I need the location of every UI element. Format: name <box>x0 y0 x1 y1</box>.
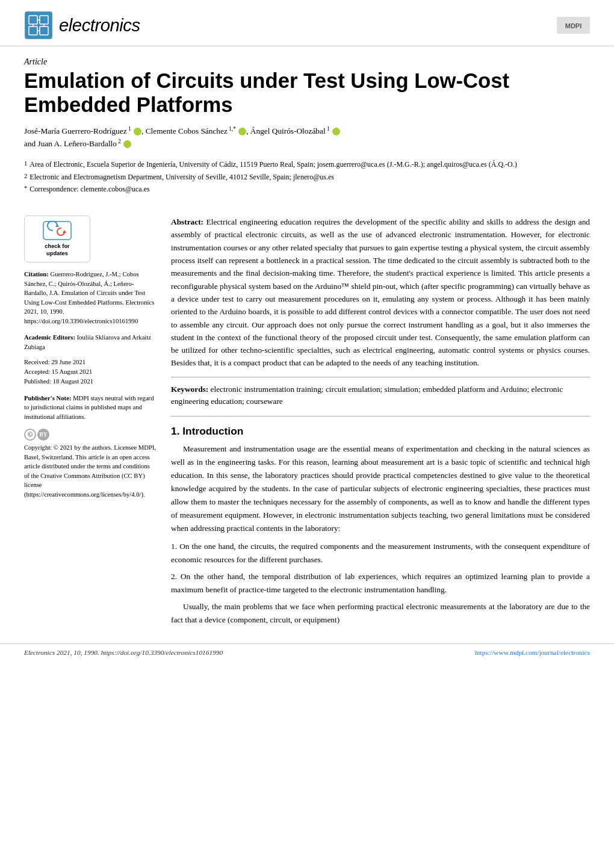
affiliation-star-text: Correspondence: clemente.cobos@uca.es <box>29 184 149 195</box>
footer-url: https://www.mdpi.com/journal/electronics <box>475 649 590 656</box>
cc-by-icon: BY <box>37 429 49 441</box>
left-column: check forupdates Citation: Guerrero-Rodr… <box>24 206 157 631</box>
accepted-date: Accepted: 15 August 2021 <box>24 367 157 377</box>
intro-item1: 1. On the one hand, the circuits, the re… <box>171 540 590 566</box>
author4-name: and Juan A. Leñero-Bardallo <box>24 140 117 149</box>
editors-block: Academic Editors: Iouliia Skliarova and … <box>24 333 157 352</box>
copyright-block: Copyright: © 2021 by the authors. Licens… <box>24 443 157 499</box>
keywords-label: Keywords: <box>171 385 208 394</box>
check-updates-box[interactable]: check forupdates <box>24 215 90 262</box>
author2-name: Clemente Cobos Sánchez <box>146 126 228 135</box>
affiliation-star: * Correspondence: clemente.cobos@uca.es <box>24 184 590 195</box>
received-date: Received: 29 June 2021 <box>24 358 157 367</box>
journal-logo-icon <box>24 11 53 40</box>
authors-line: José-María Guerrero-Rodríguez 1 , Clemen… <box>24 125 590 151</box>
article-title: Emulation of Circuits under Test Using L… <box>24 69 590 117</box>
intro-para1: Measurement and instrumentation usage ar… <box>171 442 590 535</box>
journal-branding: electronics <box>24 11 140 40</box>
author2-sup: 1,* <box>228 126 236 132</box>
affiliation-2: 2 Electronic and Electromagnetism Depart… <box>24 172 590 183</box>
citation-block: Citation: Guerrero-Rodríguez, J.-M.; Cob… <box>24 270 157 326</box>
author4-sup: 2 <box>117 138 121 144</box>
abstract-label: Abstract: <box>171 217 203 226</box>
footer-citation: Electronics 2021, 10, 1990. https://doi.… <box>24 649 223 656</box>
cc-license-icon: © BY <box>24 429 49 441</box>
author3-sup: 1 <box>326 126 330 132</box>
copyright-text: Copyright: © 2021 by the authors. Licens… <box>24 444 156 497</box>
intro-item2: 2. On the other hand, the temporal distr… <box>171 570 590 597</box>
page-footer: Electronics 2021, 10, 1990. https://doi.… <box>0 643 614 661</box>
svg-text:MDPI: MDPI <box>565 22 582 29</box>
page: electronics MDPI Article Emulation of Ci… <box>0 0 614 868</box>
content-area: check forupdates Citation: Guerrero-Rodr… <box>0 206 614 631</box>
keywords-divider <box>171 416 590 417</box>
affiliations-block: 1 Area of Electronic, Escuela Superior d… <box>24 159 590 195</box>
published-date: Published: 18 August 2021 <box>24 377 157 386</box>
keywords-block: Keywords: electronic instrumentation tra… <box>171 383 590 408</box>
citation-text: Guerrero-Rodríguez, J.-M.; Cobos Sánchez… <box>24 271 154 324</box>
abstract-block: Abstract: Electrical engineering educati… <box>171 215 590 370</box>
affiliation-1: 1 Area of Electronic, Escuela Superior d… <box>24 159 590 170</box>
journal-title: electronics <box>59 15 140 36</box>
author1-name: José-María Guerrero-Rodríguez <box>24 126 127 135</box>
article-header: Article Emulation of Circuits under Test… <box>0 46 614 206</box>
page-header: electronics MDPI <box>0 0 614 46</box>
affiliation-1-text: Area of Electronic, Escuela Superior de … <box>29 159 516 170</box>
publishers-note-label: Publisher's Note: <box>24 395 71 401</box>
affiliation-2-text: Electronic and Electromagnetism Departme… <box>29 172 334 183</box>
orcid-icon-3 <box>332 128 340 135</box>
abstract-divider <box>171 377 590 377</box>
publishers-note: Publisher's Note: MDPI stays neutral wit… <box>24 394 157 421</box>
editors-label: Academic Editors: <box>24 334 75 341</box>
intro-para2: Usually, the main problems that we face … <box>171 600 590 627</box>
dates-block: Received: 29 June 2021 Accepted: 15 Augu… <box>24 358 157 386</box>
cc-c-icon: © <box>24 429 36 441</box>
abstract-text: Electrical engineering education require… <box>171 217 590 367</box>
right-column: Abstract: Electrical engineering educati… <box>171 206 590 631</box>
mdpi-logo-icon: MDPI <box>557 17 590 34</box>
author3-name: Ángel Quirós-Olozábal <box>250 126 326 135</box>
orcid-icon-4 <box>123 140 131 148</box>
keywords-text: electronic instrumentation training; cir… <box>171 385 563 406</box>
check-updates-icon <box>43 221 72 240</box>
article-type: Article <box>24 57 590 67</box>
citation-label: Citation: <box>24 271 49 277</box>
orcid-icon-1 <box>134 128 141 135</box>
orcid-icon-2 <box>238 128 246 135</box>
check-updates-label: check forupdates <box>45 243 69 257</box>
author1-sup: 1 <box>127 126 131 132</box>
intro-section-title: 1. Introduction <box>171 425 590 438</box>
